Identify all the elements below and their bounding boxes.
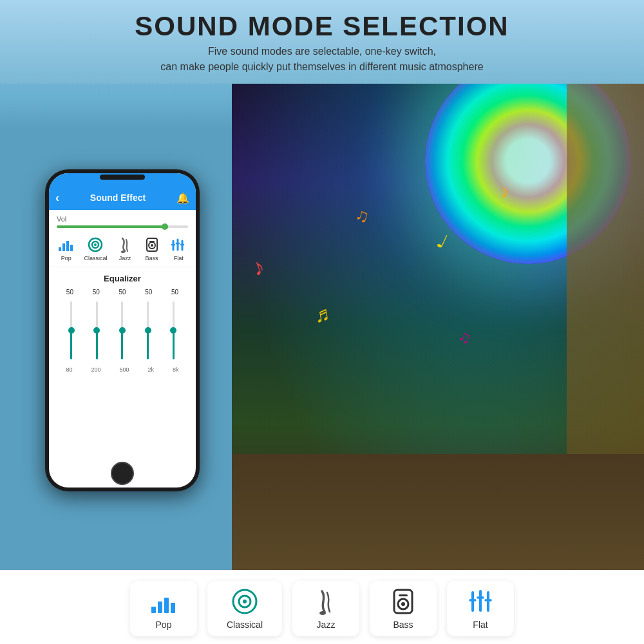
svg-point-24: [243, 600, 247, 603]
eq-bars: [57, 298, 188, 363]
jazz-bottom-icon: [312, 587, 340, 616]
bottom-icon-pop[interactable]: Pop: [130, 581, 197, 636]
eq-bar-8k[interactable]: [164, 298, 183, 363]
sound-mode-pop[interactable]: Pop: [57, 236, 75, 261]
phone-home-button[interactable]: [111, 462, 134, 485]
pop-bottom-icon: [149, 587, 178, 616]
svg-rect-29: [399, 594, 408, 596]
jazz-icon: [116, 236, 134, 254]
page-wrapper: SOUND MODE SELECTION Five sound modes ar…: [0, 0, 644, 644]
svg-point-7: [121, 251, 125, 253]
room-floor: [232, 454, 644, 570]
header-subtitle: Five sound modes are selectable, one-key…: [13, 44, 631, 75]
main-content: ‹ Sound Effect 🔔 Vol: [0, 84, 644, 570]
eq-bar-80[interactable]: [62, 298, 81, 363]
volume-thumb[interactable]: [162, 223, 168, 230]
page-title: SOUND MODE SELECTION: [13, 12, 631, 41]
phone: ‹ Sound Effect 🔔 Vol: [45, 169, 200, 491]
bottom-icon-classical[interactable]: Classical: [207, 581, 282, 636]
bottom-icon-jazz[interactable]: Jazz: [292, 581, 359, 636]
bass-label: Bass: [393, 620, 413, 630]
equalizer-section: Equalizer 50 50 50 50 50: [49, 267, 196, 488]
eq-bar-200[interactable]: [88, 298, 107, 363]
equalizer-title: Equalizer: [57, 274, 188, 283]
svg-rect-11: [149, 241, 155, 242]
volume-fill: [57, 225, 168, 228]
phone-screen: ‹ Sound Effect 🔔 Vol: [49, 173, 196, 488]
svg-rect-20: [164, 598, 169, 613]
bass-bottom-icon: [389, 587, 417, 616]
sound-mode-flat[interactable]: Flat: [169, 236, 187, 261]
svg-rect-2: [66, 241, 69, 251]
svg-point-10: [151, 244, 153, 247]
eq-frequencies: 80 200 500 2k 8k: [57, 366, 188, 373]
flat-bottom-icon: [466, 587, 495, 616]
sound-mode-bass[interactable]: Bass: [143, 236, 161, 261]
room-background: ♪ ♫ ♬ ♩ ♪ ♫: [232, 84, 644, 570]
pop-label: Pop: [156, 620, 172, 630]
svg-rect-19: [158, 601, 162, 613]
eq-bar-2k[interactable]: [138, 298, 158, 363]
svg-point-25: [319, 611, 326, 615]
svg-rect-3: [70, 245, 73, 251]
svg-rect-18: [151, 607, 156, 613]
svg-rect-21: [171, 603, 175, 613]
volume-label: Vol: [57, 215, 188, 223]
bass-icon: [143, 236, 161, 254]
flat-label: Flat: [473, 620, 488, 630]
bottom-icons-row: Pop Classical Jazz: [0, 570, 644, 644]
svg-point-6: [94, 243, 97, 246]
flat-icon: [169, 236, 187, 254]
sound-mode-classical[interactable]: Classical: [84, 236, 107, 261]
classical-label: Classical: [227, 620, 263, 630]
bell-icon[interactable]: 🔔: [176, 192, 189, 204]
header-section: SOUND MODE SELECTION Five sound modes ar…: [0, 0, 644, 84]
sound-modes-row: Pop Classical: [49, 231, 196, 267]
svg-rect-1: [62, 243, 65, 251]
eq-bar-500[interactable]: [113, 298, 132, 363]
room-wall-right: [567, 84, 644, 454]
pop-icon: [57, 236, 75, 254]
volume-section: Vol: [49, 210, 196, 231]
app-title: Sound Effect: [59, 193, 176, 203]
svg-rect-0: [59, 247, 61, 251]
bottom-icon-bass[interactable]: Bass: [370, 581, 437, 636]
jazz-label: Jazz: [317, 620, 336, 630]
classical-bottom-icon: [231, 587, 259, 616]
svg-point-28: [401, 602, 405, 606]
eq-values-row: 50 50 50 50 50: [57, 289, 188, 296]
bottom-icon-flat[interactable]: Flat: [447, 581, 514, 636]
phone-container: ‹ Sound Effect 🔔 Vol: [0, 84, 232, 570]
phone-notch: [100, 175, 145, 180]
sound-mode-jazz[interactable]: Jazz: [116, 236, 134, 261]
classical-icon: [86, 236, 104, 254]
volume-slider[interactable]: [57, 225, 188, 228]
